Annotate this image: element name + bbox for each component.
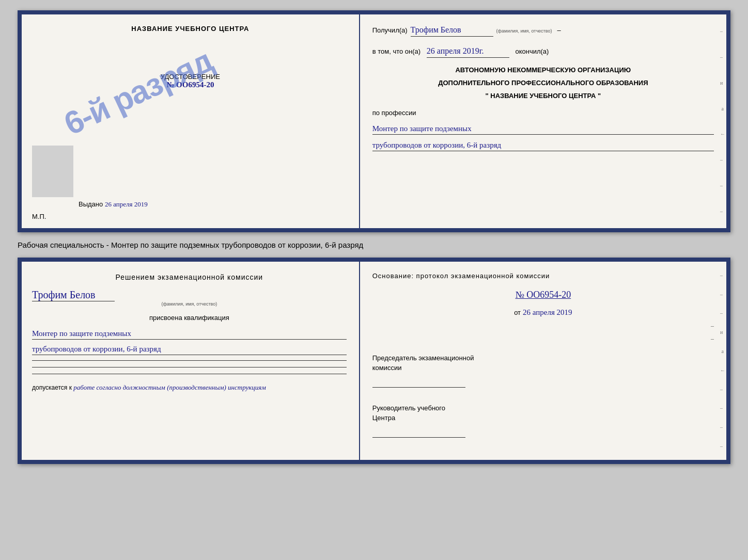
osnovanie-label: Основание: протокол экзаменационной коми… [372,271,714,281]
ot-label: от [514,309,521,316]
right-edge-marks: – – и а ← – – – [719,14,726,228]
name-sublabel: (фамилия, имя, отчество) [496,28,552,35]
udost-number: № OO6954-20 [161,81,220,89]
vydano-label: Выдано [79,200,103,208]
protocol-number: № OO6954-20 [516,290,571,300]
top-cert-left: НАЗВАНИЕ УЧЕБНОГО ЦЕНТРА 6-й разряд УДОС… [22,14,360,228]
top-certificate: НАЗВАНИЕ УЧЕБНОГО ЦЕНТРА 6-й разряд УДОС… [18,10,730,232]
vydano-line: Выдано 26 апреля 2019 [79,200,148,209]
okonchil-label: окончил(а) [515,47,549,55]
dopuskaetsya-label: допускается к [32,384,72,391]
top-cert-right: Получил(а) Трофим Белов (фамилия, имя, о… [360,14,726,228]
dopuskaetsya-block: допускается к работе согласно должностны… [32,383,347,392]
bottom-recipient-name: Трофим Белов [32,289,115,301]
dash-sep2: – [372,335,714,343]
protocol-number-block: № OO6954-20 [372,290,714,300]
poluchil-label: Получил(а) [372,25,408,36]
org-line3: " НАЗВАНИЕ УЧЕБНОГО ЦЕНТРА " [372,92,714,100]
dash-sep1: – [372,322,714,330]
dopuskaetsya-value: работе согласно должностным (производств… [73,383,266,391]
bottom-certificate: Решением экзаменационной комиссии Трофим… [18,258,730,464]
org-line2: ДОПОЛНИТЕЛЬНОГО ПРОФЕССИОНАЛЬНОГО ОБРАЗО… [372,79,714,87]
divider3 [32,374,347,374]
vydano-date: 26 апреля 2019 [105,200,148,208]
qual-line2: трубопроводов от коррозии, 6-й разряд [32,345,347,355]
profession-line2: трубопроводов от коррозии, 6-й разряд [372,141,714,151]
resheniem-label: Решением экзаменационной комиссии [32,272,347,283]
rukovoditel-line1: Руководитель учебного [372,403,714,413]
mp-label: М.П. [32,213,46,220]
profession-line1: Монтер по защите подземных [372,124,714,135]
bottom-cert-left: Решением экзаменационной комиссии Трофим… [22,262,360,460]
udost-label: УДОСТОВЕРЕНИЕ [161,73,220,81]
bottom-name-sublabel: (фамилия, имя, отчество) [32,301,347,307]
top-cert-title: НАЗВАНИЕ УЧЕБНОГО ЦЕНТРА [131,25,249,33]
rukovoditel-line2: Центра [372,413,714,423]
protocol-date-block: от 26 апреля 2019 [372,308,714,317]
ot-date: 26 апреля 2019 [523,308,572,316]
rukovoditel-signature [372,429,465,438]
predsedatel-block: Председатель экзаменационной комиссии [372,353,714,390]
specialty-label: Рабочая специальность - Монтер по защите… [18,238,730,251]
udost-block: УДОСТОВЕРЕНИЕ № OO6954-20 [161,73,220,89]
recipient-name: Трофим Белов [411,24,493,37]
grad-date: 26 апреля 2019г. [427,45,509,58]
diagonal-stamp: 6-й разряд [57,18,218,166]
po-professii-label: по профессии [372,108,714,118]
predsedatel-signature [372,379,465,388]
vtomchto-line: в том, что он(а) 26 апреля 2019г. окончи… [372,45,714,58]
qual-line1: Монтер по защите подземных [32,329,347,340]
stamp-text: 6-й разряд [58,42,217,142]
photo-placeholder [32,146,73,197]
rukovoditel-block: Руководитель учебного Центра [372,403,714,440]
poluchil-line: Получил(а) Трофим Белов (фамилия, имя, о… [372,24,714,37]
predsedatel-line2: комиссии [372,363,714,373]
divider1 [32,360,347,361]
dash1: – [557,25,560,36]
bottom-right-edge-marks: – – – и а ← – – – – [719,262,726,460]
prisvoena-label: присвоена квалификация [32,313,347,323]
predsedatel-line1: Председатель экзаменационной [372,353,714,363]
bottom-cert-right: Основание: протокол экзаменационной коми… [360,262,726,460]
divider2 [32,367,347,367]
org-line1: АВТОНОМНУЮ НЕКОММЕРЧЕСКУЮ ОРГАНИЗАЦИЮ [372,66,714,74]
bottom-name-block: Трофим Белов (фамилия, имя, отчество) [32,289,347,307]
vtomchto-label: в том, что он(а) [372,47,420,55]
